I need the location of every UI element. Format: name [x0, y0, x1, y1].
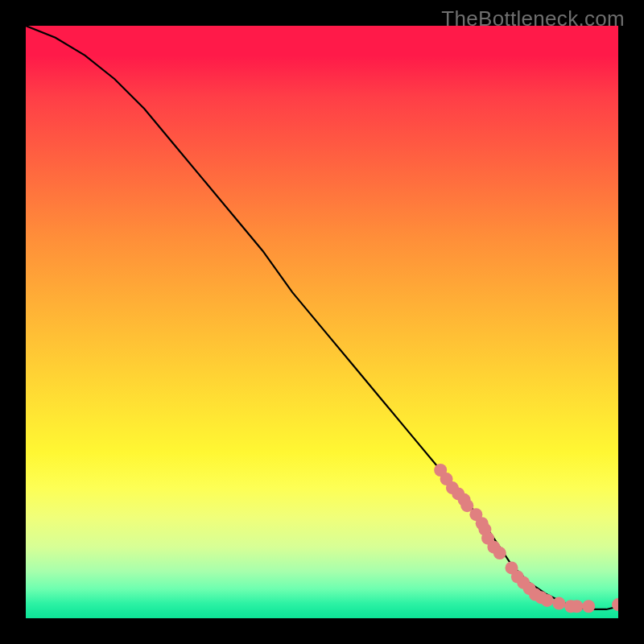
chart-overlay: [26, 26, 618, 618]
watermark-text: TheBottleneck.com: [441, 6, 625, 31]
marker-point: [541, 594, 554, 607]
marker-point: [570, 600, 583, 613]
bottleneck-curve: [26, 26, 618, 609]
marker-point: [582, 600, 595, 613]
chart-frame: TheBottleneck.com: [0, 0, 644, 644]
marker-point: [493, 547, 506, 559]
plot-area: [26, 26, 618, 618]
marker-point: [612, 598, 618, 611]
marker-point: [552, 597, 565, 610]
marker-group: [434, 464, 618, 613]
